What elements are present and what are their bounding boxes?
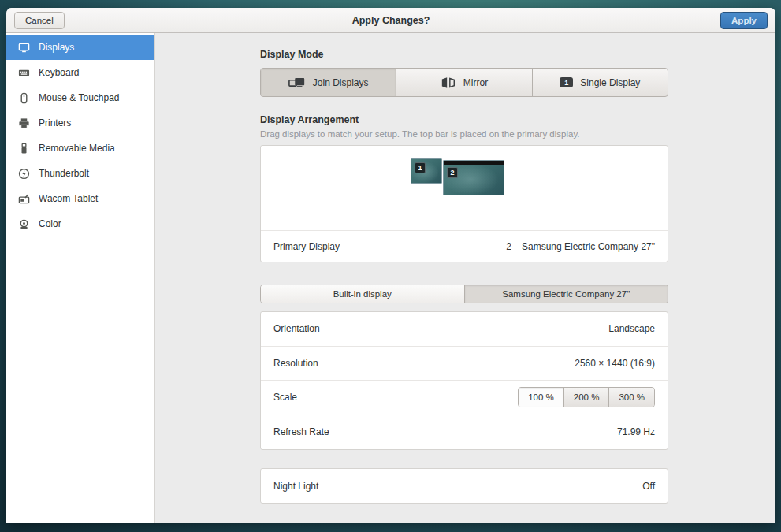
refresh-rate-row[interactable]: Refresh Rate 71.99 Hz <box>261 415 668 450</box>
tab-samsung-display[interactable]: Samsung Electric Company 27" <box>465 285 668 303</box>
scale-200-button[interactable]: 200 % <box>564 388 610 407</box>
sidebar-item-label: Removable Media <box>39 143 115 154</box>
colorimeter-icon <box>18 218 30 230</box>
arrangement-heading: Display Arrangement <box>260 114 668 125</box>
primary-display-label: Primary Display <box>273 241 340 252</box>
refresh-rate-label: Refresh Rate <box>273 426 329 437</box>
join-displays-icon <box>288 76 306 89</box>
arrangement-canvas: 1 2 <box>261 146 668 231</box>
mode-label: Join Displays <box>313 77 369 88</box>
primary-display-name: Samsung Electric Company 27" <box>522 241 655 252</box>
sidebar-item-label: Thunderbolt <box>39 168 89 179</box>
scale-row: Scale 100 % 200 % 300 % <box>261 381 668 415</box>
arrangement-card: 1 2 Primary Display 2 Samsung Electric C… <box>260 145 668 262</box>
sidebar-item-thunderbolt[interactable]: Thunderbolt <box>6 161 154 186</box>
primary-display-number: 2 <box>506 241 511 252</box>
night-light-card: Night Light Off <box>260 468 668 504</box>
tablet-pen-icon <box>18 193 30 205</box>
mirror-button[interactable]: Mirror <box>396 69 532 96</box>
resolution-label: Resolution <box>273 358 318 369</box>
night-light-row[interactable]: Night Light Off <box>261 469 668 503</box>
night-light-label: Night Light <box>273 481 318 492</box>
primary-top-bar <box>444 161 504 165</box>
usb-drive-icon <box>18 143 30 154</box>
single-display-button[interactable]: 1 Single Display <box>533 69 668 96</box>
resolution-value: 2560 × 1440 (16:9) <box>575 358 655 369</box>
window-title: Apply Changes? <box>6 15 775 26</box>
display-icon <box>18 42 30 54</box>
sidebar-item-wacom-tablet[interactable]: Wacom Tablet <box>6 186 154 211</box>
display-number-badge: 2 <box>447 167 458 178</box>
sidebar-item-label: Printers <box>39 117 71 128</box>
sidebar-item-keyboard[interactable]: Keyboard <box>6 60 154 85</box>
monitor-selector: Built-in display Samsung Electric Compan… <box>260 285 668 303</box>
orientation-row[interactable]: Orientation Landscape <box>261 312 668 347</box>
sidebar-item-displays[interactable]: Displays <box>6 35 154 60</box>
sidebar: Displays Keyboard Mouse & Touchpad Print… <box>6 33 155 523</box>
join-displays-button[interactable]: Join Displays <box>261 69 396 96</box>
sidebar-item-label: Keyboard <box>39 67 79 78</box>
printer-icon <box>18 117 30 129</box>
display-thumbnail-1[interactable]: 1 <box>411 158 442 184</box>
sidebar-item-label: Color <box>39 218 61 229</box>
sidebar-item-color[interactable]: Color <box>6 211 154 236</box>
apply-button[interactable]: Apply <box>720 12 768 29</box>
mouse-icon <box>18 92 30 104</box>
orientation-label: Orientation <box>273 323 320 334</box>
scale-label: Scale <box>273 392 297 403</box>
display-mode-heading: Display Mode <box>260 49 668 60</box>
headerbar: Apply Changes? Cancel Apply <box>6 8 775 33</box>
sidebar-item-mouse-touchpad[interactable]: Mouse & Touchpad <box>6 85 154 110</box>
mode-label: Single Display <box>580 77 640 88</box>
mode-label: Mirror <box>463 77 488 88</box>
scale-button-group: 100 % 200 % 300 % <box>518 387 655 407</box>
keyboard-icon <box>18 67 30 79</box>
single-display-icon: 1 <box>560 77 573 87</box>
thunderbolt-icon <box>18 168 30 180</box>
cancel-button[interactable]: Cancel <box>14 12 65 29</box>
sidebar-item-label: Mouse & Touchpad <box>39 92 120 103</box>
refresh-rate-value: 71.99 Hz <box>617 426 655 437</box>
monitor-settings-card: Orientation Landscape Resolution 2560 × … <box>260 311 668 450</box>
orientation-value: Landscape <box>608 323 655 334</box>
sidebar-item-label: Displays <box>39 42 74 53</box>
tab-built-in-display[interactable]: Built-in display <box>261 285 465 303</box>
main-area: Displays Keyboard Mouse & Touchpad Print… <box>6 33 775 523</box>
sidebar-item-label: Wacom Tablet <box>39 193 98 204</box>
settings-window: Apply Changes? Cancel Apply Displays Key… <box>6 8 775 523</box>
display-number-badge: 1 <box>415 162 426 173</box>
scale-100-button[interactable]: 100 % <box>519 388 564 407</box>
displays-panel: Display Mode Join Displays Mirror <box>155 33 775 523</box>
resolution-row[interactable]: Resolution 2560 × 1440 (16:9) <box>261 347 668 381</box>
display-thumbnail-2[interactable]: 2 <box>443 160 504 195</box>
sidebar-item-printers[interactable]: Printers <box>6 110 154 136</box>
display-mode-group: Join Displays Mirror 1 Single Display <box>260 68 668 97</box>
arrangement-subtitle: Drag displays to match your setup. The t… <box>260 129 668 139</box>
scale-300-button[interactable]: 300 % <box>609 388 654 407</box>
sidebar-item-removable-media[interactable]: Removable Media <box>6 136 154 161</box>
primary-display-row[interactable]: Primary Display 2 Samsung Electric Compa… <box>261 231 668 262</box>
mirror-icon <box>441 76 456 89</box>
night-light-value: Off <box>642 481 655 492</box>
